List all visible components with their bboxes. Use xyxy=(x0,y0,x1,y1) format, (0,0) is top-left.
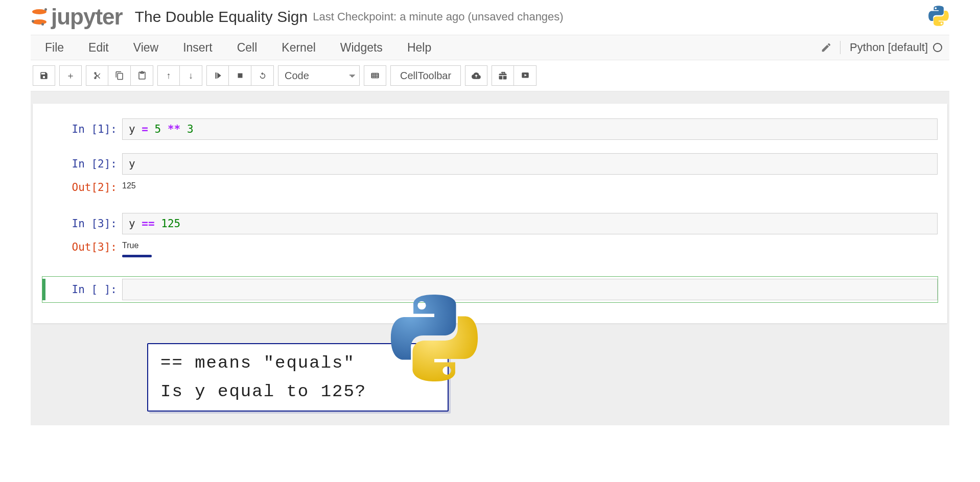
cell-type-select[interactable]: Code xyxy=(278,65,360,86)
jupyter-wordmark: jupyter xyxy=(51,4,123,30)
stop-icon xyxy=(236,71,245,80)
code-cell[interactable]: In [1]:y = 5 ** 3 xyxy=(42,116,938,142)
kernel-indicator-icon xyxy=(933,43,942,52)
jupyter-logo[interactable]: jupyter xyxy=(31,4,123,30)
svg-rect-0 xyxy=(238,74,242,78)
menu-view[interactable]: View xyxy=(121,36,171,60)
add-cell-button[interactable]: ＋ xyxy=(59,65,82,86)
menu-help[interactable]: Help xyxy=(395,36,444,60)
presentation-icon xyxy=(521,71,530,80)
paste-button[interactable] xyxy=(131,65,153,86)
arrow-down-icon: ↓ xyxy=(189,71,193,80)
code-input[interactable]: y == 125 xyxy=(122,213,938,234)
checkpoint-text: Last Checkpoint: a minute ago (unsaved c… xyxy=(313,10,563,23)
notebook-title[interactable]: The Double Equality Sign xyxy=(135,8,308,26)
input-prompt: In [1]: xyxy=(45,118,122,140)
menu-insert[interactable]: Insert xyxy=(171,36,225,60)
run-button[interactable] xyxy=(206,65,229,86)
output-text: True xyxy=(122,236,938,259)
edit-notebook-icon[interactable] xyxy=(821,42,832,53)
menu-edit[interactable]: Edit xyxy=(76,36,121,60)
toolbar: ＋ ↑ ↓ xyxy=(31,60,949,91)
menu-cell[interactable]: Cell xyxy=(225,36,270,60)
python-logo-icon xyxy=(388,292,480,386)
move-down-button[interactable]: ↓ xyxy=(180,65,202,86)
scissors-icon xyxy=(92,71,102,80)
keyboard-icon xyxy=(370,71,380,80)
code-input[interactable]: y xyxy=(122,153,938,175)
header: jupyter The Double Equality Sign Last Ch… xyxy=(31,0,949,35)
upload-button[interactable] xyxy=(465,65,487,86)
restart-icon xyxy=(258,71,267,80)
paste-icon xyxy=(137,71,147,80)
cut-button[interactable] xyxy=(86,65,108,86)
menu-file[interactable]: File xyxy=(33,36,76,60)
code-input[interactable] xyxy=(122,279,938,300)
kernel-name[interactable]: Python [default] xyxy=(840,41,928,54)
input-prompt: In [3]: xyxy=(45,213,122,234)
run-icon xyxy=(213,71,222,80)
code-cell[interactable]: In [ ]: xyxy=(42,276,938,303)
notebook-container: In [1]:y = 5 ** 3In [2]:yOut[2]:125In [3… xyxy=(33,104,947,323)
output-text: 125 xyxy=(122,177,938,194)
cloud-upload-icon xyxy=(472,71,481,80)
plus-icon: ＋ xyxy=(66,71,75,80)
arrow-up-icon: ↑ xyxy=(167,71,171,80)
gift-icon xyxy=(498,71,507,80)
copy-button[interactable] xyxy=(108,65,131,86)
input-prompt: In [ ]: xyxy=(45,279,122,300)
restart-button[interactable] xyxy=(251,65,274,86)
output-prompt: Out[2]: xyxy=(45,177,122,194)
jupyter-logo-icon xyxy=(31,8,48,26)
command-palette-button[interactable] xyxy=(364,65,386,86)
copy-icon xyxy=(115,71,124,80)
nbextensions-button[interactable] xyxy=(492,65,514,86)
code-input[interactable]: y = 5 ** 3 xyxy=(122,118,938,140)
celltoolbar-button[interactable]: CellToolbar xyxy=(390,65,461,86)
code-cell[interactable]: In [3]:y == 125Out[3]:True xyxy=(42,210,938,268)
menu-widgets[interactable]: Widgets xyxy=(328,36,395,60)
menubar: File Edit View Insert Cell Kernel Widget… xyxy=(31,35,949,60)
present-button[interactable] xyxy=(514,65,536,86)
input-prompt: In [2]: xyxy=(45,153,122,175)
move-up-button[interactable]: ↑ xyxy=(157,65,180,86)
save-button[interactable] xyxy=(33,65,55,86)
code-cell[interactable]: In [2]:yOut[2]:125 xyxy=(42,151,938,202)
menu-kernel[interactable]: Kernel xyxy=(269,36,328,60)
kernel-python-logo-icon xyxy=(928,5,949,29)
interrupt-button[interactable] xyxy=(229,65,251,86)
output-prompt: Out[3]: xyxy=(45,236,122,259)
